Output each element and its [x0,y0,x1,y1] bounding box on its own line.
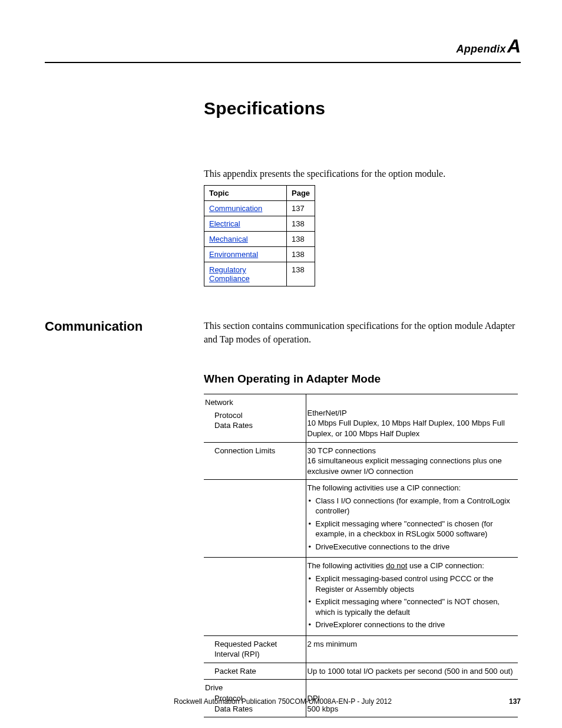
spec-value-rpi: 2 ms minimum [306,635,518,663]
toc-page: 138 [287,232,315,247]
subheading-adapter-mode: When Operating in Adapter Mode [204,373,521,386]
appendix-word: Appendix [456,43,505,55]
spec-value-packet-rate: Up to 1000 total I/O packets per second … [306,663,518,680]
communication-spec-table: Network Protocol Data Rates EtherNet/IP … [204,394,518,717]
spec-value-protocol: EtherNet/IP [308,409,347,417]
footer-page-number: 137 [509,697,521,706]
toc-page: 138 [287,216,315,232]
spec-label-packet-rate: Packet Rate [205,666,302,677]
list-item: Explicit messaging where "connected" is … [308,519,515,539]
toc-link-environmental[interactable]: Environmental [209,250,258,259]
page-footer: Rockwell Automation Publication 750COM-U… [45,697,521,706]
cip-use-list: Class I I/O connections (for example, fr… [308,496,515,552]
spec-value-conn-limits-1: 30 TCP connections [308,446,376,455]
header-rule [45,62,521,63]
toc-page: 138 [287,262,315,286]
cip-not-intro: The following activities do not use a CI… [308,561,484,570]
spec-label-conn-limits: Connection Limits [205,446,302,456]
intro-paragraph: This appendix presents the specification… [204,169,521,179]
list-item: Class I I/O connections (for example, fr… [308,496,515,516]
table-row: Regulatory Compliance 138 [204,262,315,286]
page-header: AppendixA [45,35,521,57]
footer-text: Rockwell Automation Publication 750COM-U… [174,697,392,706]
table-row: Communication 137 [204,201,315,216]
toc-link-electrical[interactable]: Electrical [209,219,240,228]
list-item: Explicit messaging-based control using P… [308,574,515,594]
appendix-letter: A [507,35,521,57]
spec-value-data-rates: 10 Mbps Full Duplex, 10 Mbps Half Duplex… [308,419,505,438]
spec-label-network: Network [205,398,233,407]
section-heading-communication: Communication [45,319,204,334]
list-item: Explicit messaging where "connected" is … [308,597,515,617]
spec-label-protocol: Protocol [205,410,302,421]
section-intro-text: This section contains communication spec… [204,319,521,346]
toc-link-communication[interactable]: Communication [209,204,262,213]
spec-label-data-rates: Data Rates [205,420,302,431]
toc-page: 137 [287,201,315,216]
toc-link-mechanical[interactable]: Mechanical [209,235,248,243]
cip-use-intro: The following activities use a CIP conne… [308,483,461,492]
spec-label-rpi: Requested Packet Interval (RPI) [205,639,302,660]
topic-page-table: Topic Page Communication 137 Electrical … [204,185,315,286]
list-item: DriveExecutive connections to the drive [308,542,515,552]
spec-label-drive: Drive [205,683,223,692]
table-header-topic: Topic [204,186,287,201]
cip-not-list: Explicit messaging-based control using P… [308,574,515,630]
toc-page: 138 [287,247,315,262]
chapter-title: Specifications [204,98,521,118]
list-item: DriveExplorer connections to the drive [308,620,515,630]
spec-value-conn-limits-2: 16 simultaneous explicit messaging conne… [308,456,502,476]
table-header-page: Page [287,186,315,201]
toc-link-regulatory[interactable]: Regulatory Compliance [209,265,250,283]
table-row: Mechanical 138 [204,232,315,247]
table-row: Electrical 138 [204,216,315,232]
table-row: Environmental 138 [204,247,315,262]
